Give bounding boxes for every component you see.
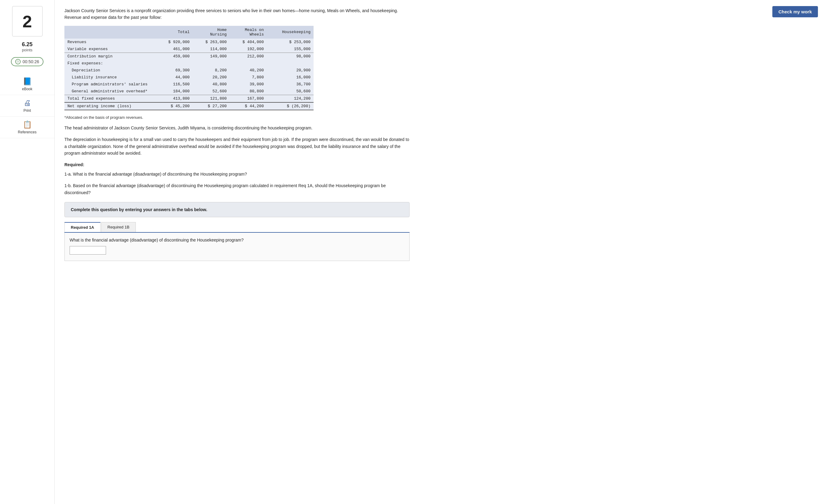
table-row: Variable expenses461,000114,000192,00015… bbox=[65, 45, 314, 53]
table-row: Contribution margin459,000149,000212,000… bbox=[65, 53, 314, 60]
points-label: points bbox=[22, 48, 32, 52]
table-cell-label: General administrative overhead* bbox=[65, 88, 156, 95]
table-cell-label: Liability insurance bbox=[65, 74, 156, 81]
body-paragraph-1: The head administrator of Jackson County… bbox=[65, 124, 410, 131]
sidebar-item-ebook[interactable]: 📘 eBook bbox=[0, 74, 55, 95]
col-header-home: HomeNursing bbox=[193, 26, 230, 38]
ebook-icon: 📘 bbox=[23, 77, 32, 86]
sidebar: 2 6.25 points ⏱ 00:50:26 📘 eBook 🖨 Print… bbox=[0, 0, 55, 504]
table-row: Total fixed expenses413,800121,800167,80… bbox=[65, 95, 314, 102]
table-cell-house: 20,900 bbox=[267, 67, 314, 74]
table-cell-meals bbox=[230, 60, 267, 67]
table-cell-house: 98,000 bbox=[267, 53, 314, 60]
body-paragraph-2: The depreciation in housekeeping is for … bbox=[65, 136, 410, 157]
description-text: Jackson County Senior Services is a nonp… bbox=[65, 7, 410, 21]
timer-block: ⏱ 00:50:26 bbox=[11, 57, 43, 66]
instruction-box: Complete this question by entering your … bbox=[65, 202, 410, 217]
table-cell-meals: 192,000 bbox=[230, 45, 267, 53]
table-row: Revenues$ 920,000$ 263,000$ 404,000$ 253… bbox=[65, 38, 314, 45]
table-cell-home bbox=[193, 60, 230, 67]
points-value: 6.25 bbox=[22, 41, 32, 48]
table-cell-meals: 39,000 bbox=[230, 81, 267, 88]
table-cell-home: 40,800 bbox=[193, 81, 230, 88]
table-cell-home: $ 27,200 bbox=[193, 102, 230, 110]
required-question-1a: 1-a. What is the financial advantage (di… bbox=[65, 171, 410, 177]
table-cell-home: 52,600 bbox=[193, 88, 230, 95]
answer-input-field[interactable] bbox=[70, 246, 106, 255]
table-cell-total: 69,300 bbox=[156, 67, 193, 74]
tab-required-1a[interactable]: Required 1A bbox=[65, 222, 101, 232]
question-number-box: 2 bbox=[12, 6, 42, 36]
answer-table-wrapper bbox=[70, 246, 404, 255]
required-question-1b: 1-b. Based on the financial advantage (d… bbox=[65, 182, 410, 196]
points-block: 6.25 points bbox=[22, 41, 32, 52]
table-cell-total: $ 920,000 bbox=[156, 38, 193, 45]
table-cell-home: 20,200 bbox=[193, 74, 230, 81]
table-cell-label: Revenues bbox=[65, 38, 156, 45]
table-cell-label: Depreciation bbox=[65, 67, 156, 74]
references-label: References bbox=[18, 130, 36, 134]
instruction-text: Complete this question by entering your … bbox=[71, 207, 207, 212]
table-row: General administrative overhead*184,0005… bbox=[65, 88, 314, 95]
table-cell-meals: $ 404,000 bbox=[230, 38, 267, 45]
table-cell-home: 114,000 bbox=[193, 45, 230, 53]
timer-icon: ⏱ bbox=[15, 59, 21, 65]
table-cell-home: 121,800 bbox=[193, 95, 230, 102]
col-header-house: Housekeeping bbox=[267, 26, 314, 38]
sidebar-item-references[interactable]: 📋 References bbox=[0, 117, 55, 138]
question-number: 2 bbox=[22, 12, 32, 31]
print-label: Print bbox=[23, 108, 31, 113]
answer-question-text: What is the financial advantage (disadva… bbox=[70, 237, 404, 242]
col-header-meals: Meals onWheels bbox=[230, 26, 267, 38]
table-cell-total: 459,000 bbox=[156, 53, 193, 60]
timer-value: 00:50:26 bbox=[22, 59, 39, 64]
main-content: Check my work Jackson County Senior Serv… bbox=[55, 0, 419, 504]
table-cell-home: 149,000 bbox=[193, 53, 230, 60]
table-cell-total: 116,500 bbox=[156, 81, 193, 88]
col-header-total: Total bbox=[156, 26, 193, 38]
table-cell-home: 8,200 bbox=[193, 67, 230, 74]
table-cell-meals: 7,800 bbox=[230, 74, 267, 81]
footnote: *Allocated on the basis of program reven… bbox=[65, 115, 410, 120]
table-cell-house: 155,000 bbox=[267, 45, 314, 53]
table-row: Fixed expenses: bbox=[65, 60, 314, 67]
table-cell-house: 50,600 bbox=[267, 88, 314, 95]
table-row: Program administrators' salaries116,5004… bbox=[65, 81, 314, 88]
table-row: Depreciation69,3008,20040,20020,900 bbox=[65, 67, 314, 74]
page-wrapper: 2 6.25 points ⏱ 00:50:26 📘 eBook 🖨 Print… bbox=[0, 0, 824, 504]
table-cell-label: Variable expenses bbox=[65, 45, 156, 53]
table-cell-house: $ 253,000 bbox=[267, 38, 314, 45]
table-cell-label: Contribution margin bbox=[65, 53, 156, 60]
table-row: Liability insurance44,00020,2007,80016,0… bbox=[65, 74, 314, 81]
table-cell-meals: 212,000 bbox=[230, 53, 267, 60]
table-cell-meals: 40,200 bbox=[230, 67, 267, 74]
print-icon: 🖨 bbox=[24, 99, 31, 107]
table-cell-house: 16,000 bbox=[267, 74, 314, 81]
answer-input-row bbox=[70, 246, 404, 255]
tabs-container: Required 1A Required 1B bbox=[65, 222, 410, 233]
required-heading: Required: bbox=[65, 161, 410, 168]
tab-required-1b[interactable]: Required 1B bbox=[101, 222, 136, 232]
table-cell-label: Fixed expenses: bbox=[65, 60, 156, 67]
table-cell-house: $ (26,200) bbox=[267, 102, 314, 110]
table-cell-label: Program administrators' salaries bbox=[65, 81, 156, 88]
table-cell-total: $ 45,200 bbox=[156, 102, 193, 110]
table-cell-total: 413,800 bbox=[156, 95, 193, 102]
table-cell-house bbox=[267, 60, 314, 67]
col-header-label bbox=[65, 26, 156, 38]
table-cell-home: $ 263,000 bbox=[193, 38, 230, 45]
table-cell-house: 36,700 bbox=[267, 81, 314, 88]
table-cell-total: 44,000 bbox=[156, 74, 193, 81]
table-row: Net operating income (loss)$ 45,200$ 27,… bbox=[65, 102, 314, 110]
check-work-button[interactable]: Check my work bbox=[772, 6, 818, 17]
table-cell-total bbox=[156, 60, 193, 67]
table-cell-label: Total fixed expenses bbox=[65, 95, 156, 102]
ebook-label: eBook bbox=[22, 87, 32, 91]
financial-data-table: Total HomeNursing Meals onWheels Houseke… bbox=[65, 26, 314, 110]
table-cell-meals: 167,800 bbox=[230, 95, 267, 102]
table-cell-total: 184,000 bbox=[156, 88, 193, 95]
answer-section: What is the financial advantage (disadva… bbox=[65, 233, 410, 261]
table-cell-meals: $ 44,200 bbox=[230, 102, 267, 110]
sidebar-item-print[interactable]: 🖨 Print bbox=[0, 95, 55, 117]
table-cell-label: Net operating income (loss) bbox=[65, 102, 156, 110]
